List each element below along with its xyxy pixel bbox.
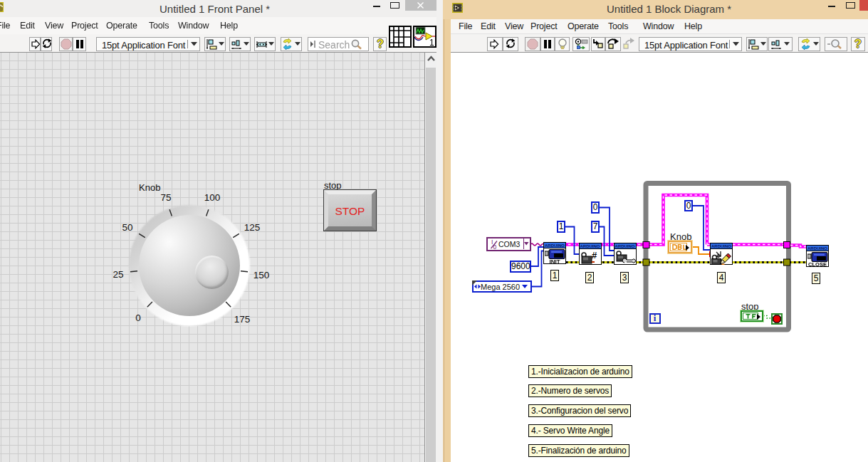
svg-text:0: 0 bbox=[135, 313, 141, 323]
svg-text:150: 150 bbox=[253, 270, 270, 280]
svg-text:25: 25 bbox=[113, 269, 123, 280]
svg-text:1: 1 bbox=[429, 38, 434, 46]
svg-text:50: 50 bbox=[122, 222, 132, 233]
svg-text:75: 75 bbox=[160, 192, 171, 203]
svg-text:175: 175 bbox=[234, 314, 251, 325]
svg-text:#: # bbox=[592, 250, 597, 261]
svg-text:100: 100 bbox=[204, 192, 221, 203]
svg-text:125: 125 bbox=[244, 222, 261, 233]
